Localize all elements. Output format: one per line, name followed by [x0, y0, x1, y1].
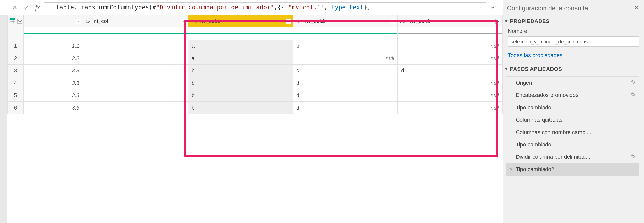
all-properties-link[interactable]: Todas las propiedades [503, 51, 639, 64]
step-label: Tipo cambiado2 [516, 166, 554, 173]
cell[interactable] [83, 40, 188, 52]
column-header-int_col[interactable]: 123int_col [83, 15, 188, 27]
applied-step[interactable]: Tipo cambiado1 [506, 138, 639, 151]
cell[interactable]: a [188, 52, 293, 64]
filter-dropdown-icon[interactable] [181, 18, 186, 24]
cell[interactable] [83, 77, 188, 89]
row-number: 2 [8, 52, 24, 64]
cell[interactable]: d [293, 89, 398, 102]
applied-step[interactable]: Dividir columna por delimitad... [506, 151, 639, 163]
svg-rect-1 [10, 18, 15, 19]
applied-step[interactable]: Columnas con nombre cambi... [506, 126, 639, 138]
gear-icon[interactable] [631, 80, 636, 86]
accept-formula-button[interactable] [21, 2, 31, 12]
cell[interactable]: d [293, 77, 398, 89]
query-name-input[interactable] [508, 36, 639, 47]
delete-step-icon[interactable]: ✕ [509, 167, 513, 172]
filter-dropdown-icon[interactable] [496, 18, 501, 24]
cell[interactable]: a [188, 40, 293, 52]
column-header-mv_col-3[interactable]: ABCmv_col.3 [398, 15, 503, 27]
cell[interactable]: b [293, 40, 398, 52]
queries-gutter[interactable] [0, 15, 8, 223]
column-header-mv_col-1[interactable]: ABCmv_col.1 [188, 15, 293, 27]
gear-icon[interactable] [631, 92, 636, 98]
step-label: Tipo cambiado1 [516, 141, 554, 148]
filter-dropdown-icon[interactable] [390, 18, 396, 24]
panel-title: Configuración de la consulta [503, 3, 639, 16]
table-row[interactable]: 63.3bdnull [8, 102, 503, 114]
cell[interactable]: null [398, 52, 503, 64]
cell[interactable]: b [188, 64, 293, 77]
filter-dropdown-icon[interactable] [286, 18, 291, 24]
cell[interactable]: d [398, 64, 503, 77]
applied-step[interactable]: Origen [506, 77, 639, 89]
step-label: Tipo cambiado [516, 104, 551, 111]
query-settings-panel: Configuración de la consulta PROPIEDADES… [503, 0, 644, 223]
datatype-text-icon: ABC [190, 19, 197, 24]
cell[interactable]: 2.2 [23, 52, 83, 64]
formula-bar: fx = Table.TransformColumnTypes(#"Dividi… [0, 0, 503, 15]
fx-button[interactable]: fx [33, 2, 42, 12]
formula-input[interactable]: = Table.TransformColumnTypes(#"Dividir c… [44, 2, 486, 12]
gear-icon[interactable] [631, 154, 636, 160]
row-number: 3 [8, 64, 24, 77]
cell[interactable]: b [188, 102, 293, 114]
step-label: Columnas quitadas [516, 117, 562, 123]
table-row[interactable]: 22.2anullnull [8, 52, 503, 64]
data-grid: 123int_colABCmv_col.1ABCmv_col.2ABCmv_co… [8, 15, 503, 223]
cell[interactable]: 1.1 [23, 40, 83, 52]
step-label: Dividir columna por delimitad... [516, 154, 590, 160]
cell[interactable] [83, 102, 188, 114]
datatype-number-icon: 123 [86, 19, 90, 24]
step-label: Origen [516, 80, 532, 86]
cell[interactable]: null [398, 40, 503, 52]
cell[interactable]: null [398, 77, 503, 89]
cell[interactable]: 3.3 [23, 77, 83, 89]
cell[interactable]: null [398, 102, 503, 114]
expand-formula-button[interactable] [488, 2, 498, 12]
cell[interactable]: null [398, 89, 503, 102]
applied-step[interactable]: ✕Tipo cambiado2 [506, 163, 639, 176]
name-label: Nombre [503, 27, 639, 36]
cell[interactable]: b [188, 77, 293, 89]
close-panel-button[interactable] [634, 4, 639, 12]
filter-dropdown-icon[interactable] [76, 18, 82, 24]
column-header-mv_col-2[interactable]: ABCmv_col.2 [293, 15, 398, 27]
row-number: 1 [8, 40, 24, 52]
cell[interactable]: b [188, 89, 293, 102]
applied-step[interactable]: Encabezados promovidos [506, 89, 639, 101]
table-row[interactable]: 33.3bcd [8, 64, 503, 77]
step-label: Columnas con nombre cambi... [516, 129, 591, 136]
table-corner[interactable] [8, 15, 24, 27]
cell[interactable] [83, 52, 188, 64]
table-row[interactable]: 43.3bdnull [8, 77, 503, 89]
cell[interactable]: null [293, 52, 398, 64]
cell[interactable]: 3.3 [23, 89, 83, 102]
cell[interactable]: c [293, 64, 398, 77]
properties-section-header[interactable]: PROPIEDADES [503, 16, 639, 27]
applied-step[interactable]: Columnas quitadas [506, 114, 639, 126]
cell[interactable]: d [293, 102, 398, 114]
step-label: Encabezados promovidos [516, 92, 578, 98]
row-number: 6 [8, 102, 24, 114]
cell[interactable]: 3.3 [23, 102, 83, 114]
cell[interactable] [83, 89, 188, 102]
datatype-text-icon: ABC [296, 19, 302, 24]
cell[interactable] [83, 64, 188, 77]
datatype-text-icon: ABC [400, 19, 406, 24]
applied-step[interactable]: Tipo cambiado [506, 101, 639, 114]
row-number: 5 [8, 89, 24, 102]
column-header-index[interactable] [23, 15, 83, 27]
table-row[interactable]: 53.3bdnull [8, 89, 503, 102]
cell[interactable]: 3.3 [23, 64, 83, 77]
row-number: 4 [8, 77, 24, 89]
table-row[interactable]: 11.1abnull [8, 40, 503, 52]
applied-steps-list: OrigenEncabezados promovidosTipo cambiad… [506, 76, 639, 176]
cancel-formula-button[interactable] [10, 2, 20, 12]
applied-steps-section-header[interactable]: PASOS APLICADOS [503, 64, 639, 75]
